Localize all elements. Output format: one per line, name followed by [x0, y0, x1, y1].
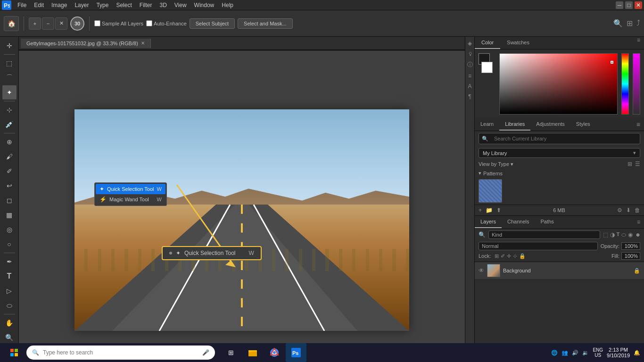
close-btn[interactable]: ✕ — [635, 1, 642, 9]
menu-view[interactable]: View — [171, 1, 190, 9]
pen-tool[interactable]: ✒ — [2, 255, 17, 269]
notification-icon[interactable]: 🔔 — [634, 350, 640, 356]
select-subject-button[interactable]: Select Subject — [190, 18, 235, 29]
chrome-btn[interactable] — [264, 343, 285, 362]
lock-checkerboard-icon[interactable]: ⊞ — [495, 253, 499, 259]
home-btn[interactable]: 🏠 — [4, 16, 19, 31]
menu-layer[interactable]: Layer — [71, 1, 92, 9]
tab-adjustments[interactable]: Adjustments — [530, 118, 570, 131]
intersect-mode-btn[interactable]: ✕ — [55, 17, 67, 30]
lasso-tool[interactable]: ⌒ — [2, 71, 17, 85]
zoom-tool[interactable]: 🔍 — [2, 330, 17, 345]
folder-icon[interactable]: 📁 — [486, 207, 493, 214]
maximize-btn[interactable]: □ — [625, 1, 633, 9]
adjustments-icon[interactable]: ⧬ — [466, 49, 474, 58]
blur-tool[interactable]: ◎ — [2, 222, 17, 237]
auto-enhance-option[interactable]: Auto-Enhance — [146, 20, 187, 26]
pixel-filter-icon[interactable]: ⬚ — [603, 231, 608, 238]
upload-icon[interactable]: ⬆ — [496, 207, 501, 214]
color-icon[interactable]: ◈ — [466, 39, 473, 48]
crop-tool[interactable]: ⊹ — [2, 103, 17, 117]
library-dropdown[interactable]: My Library ▾ — [479, 148, 640, 158]
alpha-slider[interactable] — [633, 53, 640, 115]
eraser-tool[interactable]: ◻ — [2, 193, 17, 207]
menu-select[interactable]: Select — [113, 1, 135, 9]
lock-all-icon[interactable]: 🔒 — [519, 253, 526, 259]
history-brush-tool[interactable]: ↩ — [2, 179, 17, 193]
task-view-btn[interactable]: ⊞ — [221, 343, 241, 362]
layout-icon[interactable]: ⊞ — [627, 19, 633, 28]
background-swatch[interactable] — [481, 62, 493, 73]
brush-tool[interactable]: 🖌 — [2, 149, 17, 164]
text-filter-icon[interactable]: T — [617, 231, 620, 238]
menu-help[interactable]: Help — [218, 1, 237, 9]
layers-menu-icon[interactable]: ≡ — [633, 219, 644, 225]
tab-channels[interactable]: Channels — [502, 216, 535, 228]
color-gradient-picker[interactable] — [499, 53, 618, 115]
paragraph-icon[interactable]: ¶ — [467, 92, 472, 101]
tab-learn[interactable]: Learn — [475, 118, 499, 131]
sample-all-layers-option[interactable]: Sample All Layers — [94, 20, 143, 26]
eyedropper-tool[interactable]: 💉 — [2, 117, 17, 132]
quick-select-tool[interactable]: ✦ — [2, 85, 17, 99]
subtract-mode-btn[interactable]: − — [42, 17, 54, 30]
text-icon[interactable]: A — [466, 82, 473, 91]
select-and-mask-button[interactable]: Select and Mask... — [238, 18, 293, 29]
download-icon[interactable]: ⬇ — [626, 207, 631, 214]
search-icon[interactable]: 🔍 — [613, 19, 623, 28]
sound-icon[interactable]: 🔊 — [572, 350, 578, 356]
fill-value[interactable]: 100% — [621, 252, 640, 260]
sample-all-layers-checkbox[interactable] — [94, 20, 100, 26]
tab-styles[interactable]: Styles — [570, 118, 596, 131]
healing-brush-tool[interactable]: ⊕ — [2, 135, 17, 149]
lock-art-icon[interactable]: ⊹ — [513, 253, 517, 259]
menu-filter[interactable]: Filter — [136, 1, 156, 9]
hand-tool[interactable]: ✋ — [2, 316, 17, 330]
trash-icon[interactable]: 🗑 — [635, 207, 640, 214]
taskbar-search-box[interactable]: 🔍 🎤 — [26, 346, 215, 360]
blend-mode-dropdown[interactable]: Normal — [479, 242, 598, 250]
mic-icon[interactable]: 🎤 — [202, 349, 209, 356]
add-mode-btn[interactable]: + — [29, 17, 41, 30]
tab-color[interactable]: Color — [475, 37, 500, 49]
minimize-btn[interactable]: ─ — [616, 1, 623, 9]
info-icon[interactable]: ⓘ — [466, 59, 474, 70]
photoshop-btn[interactable]: Ps — [286, 343, 306, 362]
taskbar-search-input[interactable] — [43, 349, 198, 356]
tab-swatches[interactable]: Swatches — [500, 37, 536, 49]
tab-libraries[interactable]: Libraries — [499, 118, 530, 131]
document-tab[interactable]: GettyImages-1017551032.jpg @ 33.3% (RGB/… — [21, 39, 151, 48]
magic-wand-tool-option[interactable]: ⚡ Magic Wand Tool W — [96, 194, 165, 205]
shape-filter-icon[interactable]: ⬭ — [621, 231, 626, 238]
grid-view-icon[interactable]: ⊞ — [627, 161, 632, 167]
menu-window[interactable]: Window — [191, 1, 218, 9]
dodge-tool[interactable]: ○ — [2, 237, 17, 251]
auto-enhance-checkbox[interactable] — [146, 20, 152, 26]
tab-paths[interactable]: Paths — [535, 216, 560, 228]
filter-toggle[interactable]: ● — [636, 230, 640, 239]
people-icon[interactable]: 👥 — [561, 350, 568, 356]
libraries-panel-icon[interactable]: ≡ — [467, 71, 473, 81]
layer-kind-dropdown[interactable]: Kind — [488, 230, 600, 239]
list-view-icon[interactable]: ☰ — [635, 161, 640, 167]
adjust-filter-icon[interactable]: ◑ — [610, 231, 615, 238]
menu-image[interactable]: Image — [48, 1, 70, 9]
color-panel-menu[interactable]: ≡ — [633, 37, 644, 49]
shape-tool[interactable]: ⬭ — [2, 298, 17, 313]
library-menu-icon[interactable]: ≡ — [633, 121, 644, 128]
marquee-tool[interactable]: ⬚ — [2, 56, 17, 70]
patterns-collapse-icon[interactable]: ▾ — [479, 170, 481, 176]
menu-edit[interactable]: Edit — [31, 1, 47, 9]
menu-file[interactable]: File — [14, 1, 30, 9]
tab-layers[interactable]: Layers — [475, 216, 502, 228]
settings-icon[interactable]: ⚙ — [617, 207, 622, 214]
move-tool[interactable]: ✛ — [2, 39, 17, 53]
gradient-tool[interactable]: ▦ — [2, 208, 17, 222]
layer-visibility-toggle[interactable]: 👁 — [479, 267, 484, 274]
lock-brush-icon[interactable]: ✐ — [501, 253, 505, 259]
menu-3d[interactable]: 3D — [156, 1, 170, 9]
hue-slider[interactable] — [621, 53, 629, 115]
add-library-icon[interactable]: + — [479, 207, 482, 214]
lock-move-icon[interactable]: ✛ — [507, 253, 511, 259]
clone-stamp-tool[interactable]: ✐ — [2, 164, 17, 178]
